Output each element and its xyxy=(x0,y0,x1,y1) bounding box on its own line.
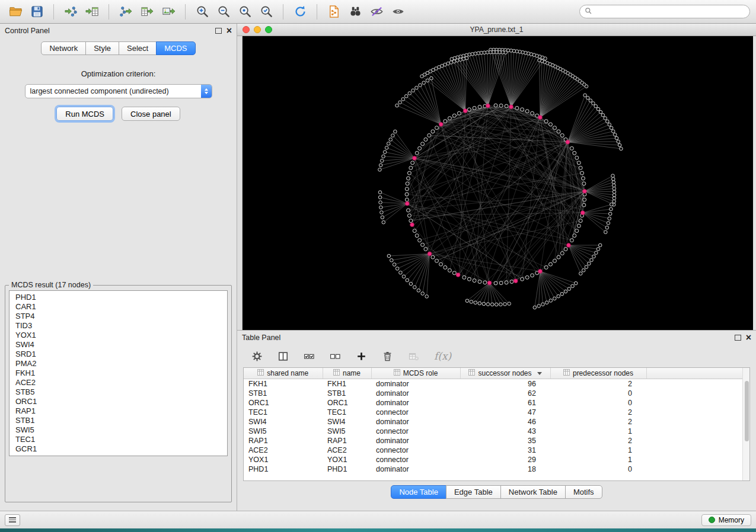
export-network-button[interactable] xyxy=(116,2,135,21)
zoom-in-button[interactable] xyxy=(193,2,212,21)
cell: 96 xyxy=(460,379,550,389)
mcds-result-item[interactable]: STB1 xyxy=(9,416,227,425)
save-session-button[interactable] xyxy=(27,2,46,21)
zoom-selected-button[interactable] xyxy=(257,2,276,21)
cell: PHD1 xyxy=(323,464,371,474)
sort-grid-icon xyxy=(563,369,570,377)
mcds-result-item[interactable]: SRD1 xyxy=(9,350,227,359)
table-row[interactable]: SWI5SWI5connector431 xyxy=(244,427,743,436)
close-panel-icon[interactable]: × xyxy=(227,26,232,36)
network-window-titlebar: YPA_prune.txt_1 xyxy=(237,24,756,36)
unselect-all-button[interactable] xyxy=(330,351,341,362)
mcds-result-title: MCDS result (17 nodes) xyxy=(9,281,93,289)
column-header-successor-nodes[interactable]: successor nodes xyxy=(460,368,550,379)
minimize-window-icon[interactable] xyxy=(254,26,261,33)
panel-menu-button[interactable] xyxy=(5,514,20,526)
table-settings-button[interactable] xyxy=(251,351,263,362)
cell: ORC1 xyxy=(323,398,371,408)
mcds-result-item[interactable]: YOX1 xyxy=(9,331,227,340)
show-hidden-button[interactable] xyxy=(388,2,407,21)
column-header-name[interactable]: name xyxy=(323,368,371,379)
table-row[interactable]: STB1STB1dominator620 xyxy=(244,389,743,398)
cell: dominator xyxy=(371,464,460,474)
mcds-result-item[interactable]: ACE2 xyxy=(9,378,227,387)
export-table-button[interactable] xyxy=(138,2,157,21)
function-builder-icon: f(x) xyxy=(434,350,451,362)
network-file-button[interactable] xyxy=(324,2,343,21)
node-table: shared namenameMCDS rolesuccessor nodesp… xyxy=(243,367,750,481)
tab-style[interactable]: Style xyxy=(85,41,119,55)
zoom-out-button[interactable] xyxy=(214,2,233,21)
mcds-result-item[interactable]: PHD1 xyxy=(9,293,227,302)
export-image-button[interactable] xyxy=(159,2,178,21)
find-network-button[interactable] xyxy=(346,2,365,21)
scrollbar-thumb[interactable] xyxy=(745,381,749,441)
close-panel-button[interactable]: Close panel xyxy=(122,107,180,121)
add-column-button[interactable] xyxy=(356,351,367,362)
search-input[interactable] xyxy=(595,7,745,17)
column-header-MCDS-role[interactable]: MCDS role xyxy=(371,368,460,379)
column-header-predecessor-nodes[interactable]: predecessor nodes xyxy=(550,368,646,379)
sort-grid-icon xyxy=(394,369,400,377)
toolbar-separator xyxy=(185,4,186,20)
import-network-button[interactable] xyxy=(61,2,80,21)
sort-grid-icon xyxy=(333,369,340,377)
table-row[interactable]: SWI4SWI4dominator462 xyxy=(244,417,743,427)
control-panel-tabs: NetworkStyleSelectMCDS xyxy=(0,38,237,61)
import-table-button[interactable] xyxy=(82,2,101,21)
close-window-icon[interactable] xyxy=(243,26,250,33)
table-tab-edge-table[interactable]: Edge Table xyxy=(446,485,501,499)
optimization-criterion-select[interactable]: largest connected component (undirected) xyxy=(25,84,212,98)
maximize-window-icon[interactable] xyxy=(265,26,272,33)
table-tab-motifs[interactable]: Motifs xyxy=(565,485,602,499)
column-header-shared-name[interactable]: shared name xyxy=(244,368,323,379)
mcds-result-item[interactable]: RAP1 xyxy=(9,406,227,416)
zoom-in-icon xyxy=(196,5,209,18)
zoom-fit-button[interactable] xyxy=(235,2,254,21)
mcds-result-item[interactable]: GCR1 xyxy=(9,444,227,454)
cell-filler xyxy=(646,446,743,455)
float-panel-icon[interactable] xyxy=(215,28,222,34)
mcds-result-item[interactable]: PMA2 xyxy=(9,359,227,368)
cell: 61 xyxy=(460,398,550,408)
memory-button[interactable]: Memory xyxy=(701,514,751,526)
table-row[interactable]: PHD1PHD1dominator180 xyxy=(244,464,743,474)
table-row[interactable]: ACE2ACE2connector311 xyxy=(244,446,743,455)
cell: 0 xyxy=(550,464,646,474)
tab-mcds[interactable]: MCDS xyxy=(156,41,195,55)
mcds-result-item[interactable]: FKH1 xyxy=(9,368,227,378)
tab-select[interactable]: Select xyxy=(119,41,157,55)
eye-slash-icon xyxy=(370,5,384,18)
table-row[interactable]: ORC1ORC1dominator610 xyxy=(244,398,743,408)
table-tab-node-table[interactable]: Node Table xyxy=(391,485,446,499)
show-columns-button[interactable] xyxy=(277,351,289,362)
network-view[interactable] xyxy=(243,36,753,331)
open-file-button[interactable] xyxy=(6,2,25,21)
table-row[interactable]: FKH1FKH1dominator962 xyxy=(244,379,743,389)
mcds-result-item[interactable]: ORC1 xyxy=(9,397,227,406)
mcds-result-item[interactable]: STB5 xyxy=(9,387,227,397)
tab-network[interactable]: Network xyxy=(41,41,86,55)
mcds-result-item[interactable]: TEC1 xyxy=(9,435,227,444)
table-tab-network-table[interactable]: Network Table xyxy=(500,485,566,499)
close-panel-icon[interactable]: × xyxy=(746,333,751,342)
mcds-result-item[interactable]: SWI4 xyxy=(9,340,227,350)
select-all-button[interactable] xyxy=(304,351,315,362)
cell-filler xyxy=(646,398,743,408)
zoom-out-icon xyxy=(217,5,231,18)
hide-selected-button[interactable] xyxy=(367,2,386,21)
table-row[interactable]: YOX1YOX1connector291 xyxy=(244,455,743,464)
run-mcds-button[interactable]: Run MCDS xyxy=(56,107,113,121)
mcds-result-item[interactable]: SWI5 xyxy=(9,425,227,435)
apply-layout-button[interactable] xyxy=(291,2,310,21)
float-panel-icon[interactable] xyxy=(735,335,741,341)
table-scrollbar[interactable] xyxy=(742,368,749,480)
mcds-result-item[interactable]: STP4 xyxy=(9,312,227,321)
table-row[interactable]: TEC1TEC1connector472 xyxy=(244,408,743,417)
table-row[interactable]: RAP1RAP1dominator352 xyxy=(244,436,743,446)
delete-column-button[interactable] xyxy=(382,351,393,362)
cell: dominator xyxy=(371,398,460,408)
mcds-result-item[interactable]: CAR1 xyxy=(9,302,227,312)
mcds-result-item[interactable]: TID3 xyxy=(9,321,227,331)
cell: 46 xyxy=(460,417,550,427)
